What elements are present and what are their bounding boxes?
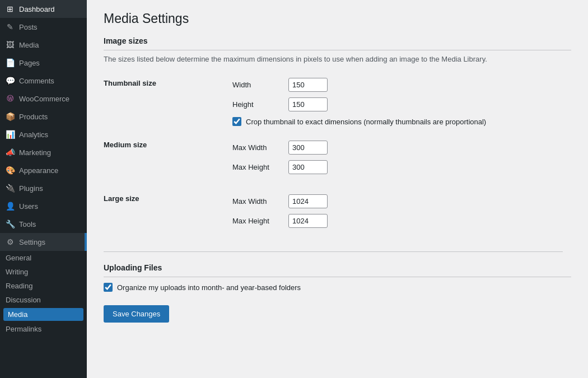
- sidebar-item-media[interactable]: 🖼 Media: [0, 36, 87, 54]
- sidebar-item-label: Posts: [19, 23, 38, 31]
- sidebar-item-dashboard[interactable]: ⊞ Dashboard: [0, 0, 87, 18]
- sidebar-item-posts[interactable]: ✎ Posts: [0, 18, 87, 36]
- plugins-icon: 🔌: [6, 184, 15, 193]
- large-width-input[interactable]: [288, 194, 328, 208]
- large-width-label: Max Width: [232, 197, 283, 206]
- sidebar-item-tools[interactable]: 🔧 Tools: [0, 215, 87, 233]
- medium-width-label: Max Width: [232, 143, 283, 152]
- marketing-icon: 📣: [6, 148, 15, 157]
- submenu-reading[interactable]: Reading: [0, 279, 87, 293]
- sidebar-item-analytics[interactable]: 📊 Analytics: [0, 125, 87, 143]
- main-content: Media Settings Image sizes The sizes lis…: [87, 0, 588, 378]
- section-divider: [104, 251, 563, 252]
- submenu-general[interactable]: General: [0, 251, 87, 265]
- sidebar-item-label: Settings: [19, 238, 45, 246]
- large-label: Large size: [104, 184, 221, 238]
- large-height-input[interactable]: [288, 214, 328, 228]
- sidebar-item-plugins[interactable]: 🔌 Plugins: [0, 179, 87, 197]
- uploading-section: Uploading Files Organize my uploads into…: [104, 263, 571, 292]
- sidebar-item-label: Plugins: [19, 184, 43, 193]
- thumbnail-width-row: Width: [232, 78, 563, 92]
- thumbnail-crop-row: Crop thumbnail to exact dimensions (norm…: [232, 117, 563, 126]
- sidebar-item-label: Users: [19, 202, 38, 211]
- tools-icon: 🔧: [6, 220, 15, 228]
- image-sizes-section: Image sizes The sizes listed below deter…: [104, 36, 571, 238]
- uploading-title: Uploading Files: [104, 263, 571, 277]
- sidebar-item-comments[interactable]: 💬 Comments: [0, 72, 87, 90]
- sidebar-item-label: Dashboard: [19, 5, 55, 13]
- uploading-label: Organize my uploads into month- and year…: [117, 283, 301, 292]
- large-fields: Max Width Max Height: [221, 184, 563, 238]
- thumbnail-label: Thumbnail size: [104, 73, 221, 130]
- medium-height-input[interactable]: [288, 160, 328, 174]
- posts-icon: ✎: [6, 22, 15, 31]
- sidebar-item-label: Analytics: [19, 130, 48, 139]
- sidebar-item-label: Tools: [19, 220, 36, 228]
- medium-label: Medium size: [104, 130, 221, 184]
- dashboard-icon: ⊞: [6, 4, 15, 13]
- submenu-discussion[interactable]: Discussion: [0, 293, 87, 307]
- sidebar-item-label: Comments: [19, 77, 54, 85]
- image-sizes-description: The sizes listed below determine the max…: [104, 55, 518, 63]
- settings-submenu: General Writing Reading Discussion Media…: [0, 251, 87, 336]
- comments-icon: 💬: [6, 76, 15, 85]
- sidebar-item-pages[interactable]: 📄 Pages: [0, 54, 87, 72]
- thumbnail-width-label: Width: [232, 81, 283, 89]
- sidebar-item-label: Products: [19, 113, 48, 121]
- submenu-permalinks[interactable]: Permalinks: [0, 322, 87, 336]
- settings-table: Thumbnail size Width Height Crop thumbna…: [104, 73, 563, 238]
- thumbnail-row: Thumbnail size Width Height Crop thumbna…: [104, 73, 563, 130]
- products-icon: 📦: [6, 112, 15, 121]
- sidebar-item-label: Media: [19, 41, 39, 49]
- save-changes-button[interactable]: Save Changes: [104, 305, 169, 323]
- thumbnail-width-input[interactable]: [288, 78, 328, 92]
- sidebar-item-label: Marketing: [19, 148, 51, 157]
- medium-row: Medium size Max Width Max Height: [104, 130, 563, 184]
- save-section: Save Changes: [104, 305, 571, 323]
- thumbnail-crop-checkbox[interactable]: [232, 117, 241, 126]
- analytics-icon: 📊: [6, 130, 15, 139]
- sidebar-item-appearance[interactable]: 🎨 Appearance: [0, 161, 87, 179]
- uploading-checkbox-row: Organize my uploads into month- and year…: [104, 283, 571, 292]
- media-icon: 🖼: [6, 40, 15, 49]
- thumbnail-height-label: Height: [232, 100, 283, 109]
- sidebar-item-settings[interactable]: ⚙ Settings: [0, 233, 87, 251]
- submenu-media[interactable]: Media: [3, 308, 83, 321]
- uploading-checkbox[interactable]: [104, 283, 113, 292]
- sidebar-item-label: WooCommerce: [19, 95, 69, 103]
- pages-icon: 📄: [6, 58, 15, 67]
- medium-height-label: Max Height: [232, 163, 283, 171]
- thumbnail-height-input[interactable]: [288, 97, 328, 111]
- settings-icon: ⚙: [6, 237, 15, 246]
- medium-width-input[interactable]: [288, 141, 328, 155]
- large-height-label: Max Height: [232, 217, 283, 225]
- thumbnail-crop-label: Crop thumbnail to exact dimensions (norm…: [246, 118, 486, 126]
- large-row: Large size Max Width Max Height: [104, 184, 563, 238]
- medium-height-row: Max Height: [232, 160, 563, 174]
- sidebar-item-label: Pages: [19, 59, 40, 67]
- sidebar-item-label: Appearance: [19, 166, 58, 175]
- large-width-row: Max Width: [232, 194, 563, 208]
- appearance-icon: 🎨: [6, 166, 15, 175]
- sidebar-item-marketing[interactable]: 📣 Marketing: [0, 143, 87, 161]
- woocommerce-icon: Ⓦ: [6, 94, 15, 103]
- sidebar-item-woocommerce[interactable]: Ⓦ WooCommerce: [0, 90, 87, 108]
- submenu-writing[interactable]: Writing: [0, 265, 87, 279]
- sidebar-item-products[interactable]: 📦 Products: [0, 108, 87, 125]
- sidebar: ⊞ Dashboard ✎ Posts 🖼 Media 📄 Pages 💬 Co…: [0, 0, 87, 378]
- medium-width-row: Max Width: [232, 141, 563, 155]
- large-height-row: Max Height: [232, 214, 563, 228]
- sidebar-item-users[interactable]: 👤 Users: [0, 197, 87, 215]
- image-sizes-title: Image sizes: [104, 36, 571, 50]
- thumbnail-height-row: Height: [232, 97, 563, 111]
- page-title: Media Settings: [104, 11, 571, 26]
- thumbnail-fields: Width Height Crop thumbnail to exact dim…: [221, 73, 563, 130]
- users-icon: 👤: [6, 202, 15, 211]
- medium-fields: Max Width Max Height: [221, 130, 563, 184]
